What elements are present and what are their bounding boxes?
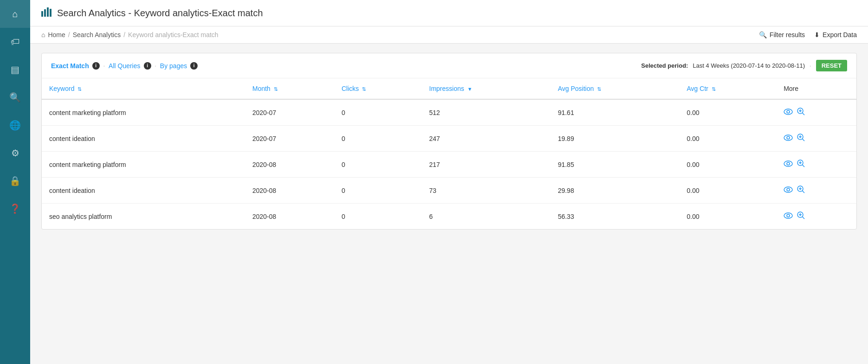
- breadcrumb-current: Keyword analytics-Exact match: [128, 31, 219, 38]
- export-data-button[interactable]: ⬇ Export Data: [814, 31, 857, 38]
- col-impressions[interactable]: Impressions ▼: [422, 78, 550, 99]
- reset-button[interactable]: RESET: [816, 60, 847, 71]
- cell-month: 2020-08: [245, 204, 334, 230]
- svg-rect-2: [47, 7, 49, 17]
- sidebar-item-globe[interactable]: 🌐: [0, 111, 30, 139]
- cell-keyword: content ideation: [42, 178, 245, 204]
- globe-icon: 🌐: [9, 120, 21, 131]
- cell-more: [776, 204, 856, 230]
- home-icon: ⌂: [12, 9, 18, 19]
- by-pages-tab[interactable]: By pages: [160, 62, 187, 70]
- svg-rect-0: [41, 11, 43, 17]
- table-row: content ideation 2020-07 0 247 19.89 0.0…: [42, 126, 856, 152]
- cell-avg-position: 29.98: [550, 178, 679, 204]
- view-icon[interactable]: [784, 134, 793, 143]
- sidebar-item-database[interactable]: ▤: [0, 56, 30, 83]
- cell-keyword: content marketing platform: [42, 99, 245, 126]
- cell-avg-ctr: 0.00: [679, 204, 776, 230]
- help-icon: ❓: [9, 203, 21, 214]
- exact-match-info-icon[interactable]: i: [92, 62, 100, 70]
- svg-point-17: [787, 162, 790, 165]
- cell-clicks: 0: [334, 152, 422, 178]
- sidebar-item-search[interactable]: 🔍: [0, 83, 30, 111]
- svg-line-25: [803, 191, 805, 193]
- filter-tabs: Exact Match i · All Queries i · By pages…: [42, 53, 856, 78]
- svg-line-19: [803, 165, 805, 167]
- page-header: Search Analytics - Keyword analytics-Exa…: [30, 0, 868, 26]
- impressions-sort-icon: ▼: [467, 86, 472, 92]
- col-avg-position[interactable]: Avg Position ⇅: [550, 78, 679, 99]
- database-icon: ▤: [11, 64, 19, 75]
- view-icon[interactable]: [784, 185, 793, 195]
- cell-more: [776, 152, 856, 178]
- sidebar: ⌂ 🏷 ▤ 🔍 🌐 ⚙ 🔒 ❓: [0, 0, 30, 364]
- chart-icon: [41, 6, 52, 19]
- sidebar-item-help[interactable]: ❓: [0, 195, 30, 223]
- content-area: Exact Match i · All Queries i · By pages…: [30, 44, 868, 364]
- svg-point-16: [784, 161, 792, 166]
- avg-ctr-sort-icon: ⇅: [712, 86, 716, 92]
- breadcrumb-bar: ⌂ Home / Search Analytics / Keyword anal…: [30, 26, 868, 44]
- view-icon[interactable]: [784, 108, 793, 117]
- main-panel: Exact Match i · All Queries i · By pages…: [41, 53, 857, 230]
- breadcrumb-actions: 🔍 Filter results ⬇ Export Data: [759, 31, 857, 38]
- by-pages-info-icon[interactable]: i: [190, 62, 198, 70]
- cell-more: [776, 99, 856, 126]
- col-month[interactable]: Month ⇅: [245, 78, 334, 99]
- period-sep: ·: [810, 62, 811, 69]
- zoom-icon[interactable]: [797, 107, 805, 118]
- exact-match-tab[interactable]: Exact Match: [51, 62, 89, 70]
- zoom-icon[interactable]: [797, 211, 805, 222]
- cell-avg-position: 56.33: [550, 204, 679, 230]
- view-icon[interactable]: [784, 160, 793, 169]
- all-queries-info-icon[interactable]: i: [144, 62, 151, 70]
- cell-avg-ctr: 0.00: [679, 126, 776, 152]
- svg-line-13: [803, 139, 805, 141]
- cell-impressions: 247: [422, 126, 550, 152]
- breadcrumb-home-link[interactable]: Home: [48, 31, 65, 38]
- cell-keyword: content ideation: [42, 126, 245, 152]
- cell-impressions: 6: [422, 204, 550, 230]
- cell-clicks: 0: [334, 99, 422, 126]
- lock-icon: 🔒: [9, 175, 21, 186]
- svg-rect-1: [44, 9, 46, 17]
- svg-point-28: [784, 213, 792, 218]
- filter-tabs-right: Selected period: Last 4 Weeks (2020-07-1…: [641, 60, 847, 71]
- download-icon: ⬇: [814, 31, 820, 38]
- col-clicks[interactable]: Clicks ⇅: [334, 78, 422, 99]
- main-content: Search Analytics - Keyword analytics-Exa…: [30, 0, 868, 364]
- tags-icon: 🏷: [11, 37, 20, 47]
- view-icon[interactable]: [784, 211, 793, 221]
- breadcrumb: ⌂ Home / Search Analytics / Keyword anal…: [41, 31, 219, 38]
- zoom-icon[interactable]: [797, 159, 805, 170]
- cell-keyword: seo analytics platform: [42, 204, 245, 230]
- col-more: More: [776, 78, 856, 99]
- cell-keyword: content marketing platform: [42, 152, 245, 178]
- cell-impressions: 73: [422, 178, 550, 204]
- cell-avg-ctr: 0.00: [679, 99, 776, 126]
- svg-point-11: [787, 136, 790, 139]
- sidebar-item-settings[interactable]: ⚙: [0, 139, 30, 167]
- breadcrumb-sep2: /: [123, 31, 125, 38]
- breadcrumb-search-analytics-link[interactable]: Search Analytics: [73, 31, 121, 38]
- sidebar-item-lock[interactable]: 🔒: [0, 167, 30, 195]
- zoom-icon[interactable]: [797, 133, 805, 144]
- filter-sep-1: ·: [103, 63, 105, 69]
- filter-results-button[interactable]: 🔍 Filter results: [759, 31, 805, 38]
- cell-avg-ctr: 0.00: [679, 178, 776, 204]
- cell-month: 2020-08: [245, 178, 334, 204]
- filter-search-icon: 🔍: [759, 31, 767, 38]
- all-queries-tab[interactable]: All Queries: [109, 62, 140, 70]
- svg-point-4: [784, 109, 792, 115]
- col-keyword[interactable]: Keyword ⇅: [42, 78, 245, 99]
- breadcrumb-home-icon: ⌂: [41, 31, 45, 38]
- sidebar-item-tags[interactable]: 🏷: [0, 28, 30, 56]
- filter-tabs-left: Exact Match i · All Queries i · By pages…: [51, 62, 198, 70]
- sidebar-item-home[interactable]: ⌂: [0, 0, 30, 28]
- table-header-row: Keyword ⇅ Month ⇅ Clicks ⇅ Impressions: [42, 78, 856, 99]
- zoom-icon[interactable]: [797, 185, 805, 196]
- svg-point-29: [787, 214, 790, 217]
- cell-impressions: 512: [422, 99, 550, 126]
- col-avg-ctr[interactable]: Avg Ctr ⇅: [679, 78, 776, 99]
- cell-clicks: 0: [334, 204, 422, 230]
